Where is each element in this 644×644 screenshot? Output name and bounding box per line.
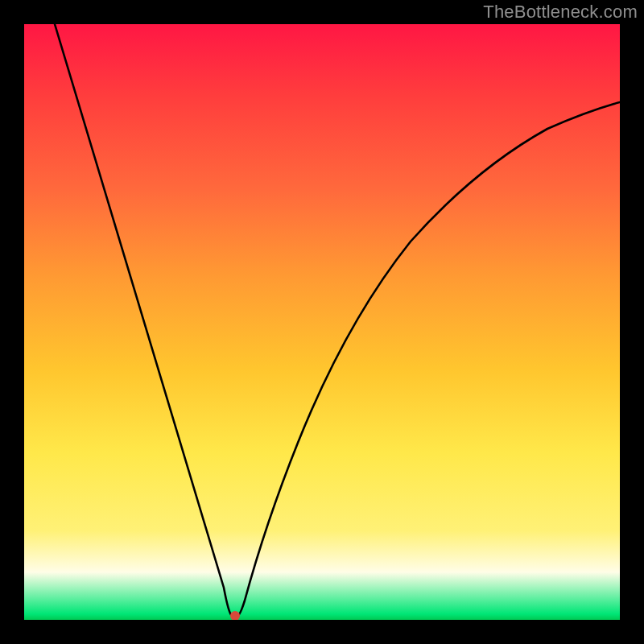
plot-area — [24, 24, 620, 620]
minimum-dot — [230, 611, 240, 620]
chart-frame: TheBottleneck.com — [0, 0, 644, 644]
bottleneck-curve-svg — [24, 24, 620, 620]
bottleneck-curve — [55, 24, 620, 616]
watermark-text: TheBottleneck.com — [483, 2, 638, 23]
